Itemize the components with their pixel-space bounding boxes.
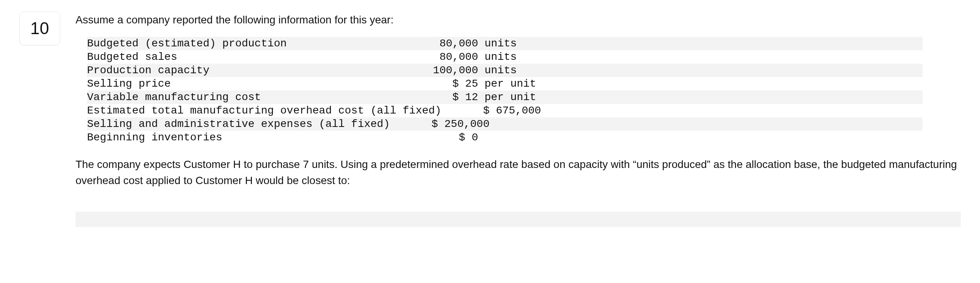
table-row: Beginning inventories $ 0 [87, 131, 922, 144]
row-unit: per unit [478, 91, 539, 103]
row-label: Budgeted (estimated) production [87, 38, 378, 49]
question-container: 10 Assume a company reported the followi… [19, 12, 961, 227]
row-label: Variable manufacturing cost [87, 91, 378, 103]
row-value: $ 250,000 [390, 118, 490, 130]
question-intro: Assume a company reported the following … [76, 14, 961, 26]
row-value: $ 25 [378, 78, 478, 90]
row-value: 80,000 [378, 38, 478, 49]
row-label: Budgeted sales [87, 51, 378, 63]
question-number-badge: 10 [19, 12, 60, 45]
row-value: $ 0 [378, 132, 478, 143]
table-row: Production capacity 100,000 units [87, 64, 922, 77]
row-value: 80,000 [378, 51, 478, 63]
row-label: Production capacity [87, 64, 378, 76]
question-prompt: The company expects Customer H to purcha… [76, 156, 961, 189]
row-value: $ 12 [378, 91, 478, 103]
table-row: Budgeted (estimated) production 80,000 u… [87, 37, 922, 50]
row-value: 100,000 [378, 64, 478, 76]
answer-area[interactable] [76, 212, 961, 227]
row-unit [490, 118, 551, 130]
row-unit: per unit [478, 78, 539, 90]
table-row: Variable manufacturing cost $ 12 per uni… [87, 90, 922, 104]
row-unit: units [478, 51, 539, 63]
row-label: Selling and administrative expenses (all… [87, 118, 390, 130]
row-label: Beginning inventories [87, 132, 378, 143]
row-unit [478, 132, 539, 143]
row-unit: units [478, 64, 539, 76]
table-row: Estimated total manufacturing overhead c… [87, 104, 922, 117]
row-label: Selling price [87, 78, 378, 90]
table-row: Budgeted sales 80,000 units [87, 50, 922, 64]
row-unit: units [478, 38, 539, 49]
table-row: Selling price $ 25 per unit [87, 77, 922, 90]
table-row: Selling and administrative expenses (all… [87, 117, 922, 131]
row-unit [541, 105, 602, 117]
row-label: Estimated total manufacturing overhead c… [87, 105, 441, 117]
row-value: $ 675,000 [441, 105, 541, 117]
question-content: Assume a company reported the following … [76, 12, 961, 227]
data-table: Budgeted (estimated) production 80,000 u… [87, 37, 922, 144]
